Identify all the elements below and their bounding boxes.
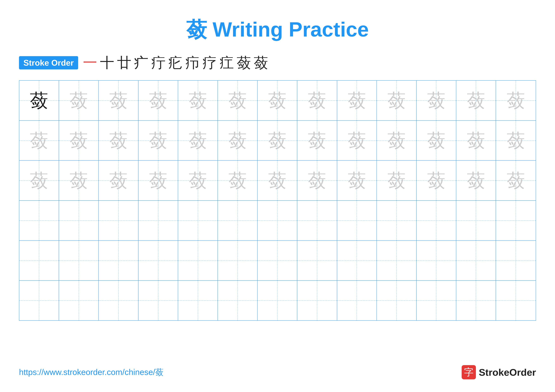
grid-cell[interactable]: 蔹 — [377, 161, 416, 200]
grid-cell[interactable] — [178, 281, 218, 320]
grid-cell[interactable] — [19, 281, 59, 320]
grid-cell[interactable]: 蔹 — [139, 161, 178, 200]
grid-cell[interactable] — [218, 281, 258, 320]
grid-cell[interactable] — [59, 281, 99, 320]
grid-cell[interactable] — [456, 201, 496, 240]
grid-cell[interactable]: 蔹 — [178, 121, 218, 160]
char-light: 蔹 — [308, 88, 326, 113]
grid-cell[interactable]: 蔹 — [258, 121, 297, 160]
grid-cell[interactable]: 蔹 — [178, 161, 218, 200]
grid-cell[interactable] — [99, 241, 139, 280]
grid-cell[interactable]: 蔹 — [178, 81, 218, 120]
grid-cell[interactable]: 蔹 — [139, 121, 178, 160]
char-light: 蔹 — [507, 168, 525, 193]
grid-cell[interactable] — [139, 201, 178, 240]
grid-cell[interactable] — [139, 281, 178, 320]
grid-cell[interactable] — [496, 241, 536, 280]
grid-cell[interactable]: 蔹 — [19, 161, 59, 200]
stroke-char-9: 疘 — [219, 53, 234, 72]
grid-cell[interactable] — [337, 201, 377, 240]
char-light: 蔹 — [268, 88, 286, 113]
char-light: 蔹 — [348, 88, 366, 113]
char-light: 蔹 — [387, 88, 406, 113]
grid-cell[interactable]: 蔹 — [297, 161, 337, 200]
grid-cell[interactable] — [99, 201, 139, 240]
grid-cell[interactable]: 蔹 — [416, 161, 456, 200]
grid-cell[interactable]: 蔹 — [258, 161, 297, 200]
grid-cell[interactable]: 蔹 — [59, 161, 99, 200]
grid-cell[interactable] — [416, 281, 456, 320]
grid-cell[interactable]: 蔹 — [337, 81, 377, 120]
grid-cell[interactable] — [456, 281, 496, 320]
grid-cell[interactable] — [377, 281, 416, 320]
grid-cell[interactable]: 蔹 — [218, 81, 258, 120]
grid-cell[interactable]: 蔹 — [496, 121, 536, 160]
grid-cell[interactable] — [178, 241, 218, 280]
grid-row-2: 蔹 蔹 蔹 蔹 蔹 蔹 蔹 蔹 蔹 蔹 蔹 蔹 蔹 — [19, 121, 536, 161]
grid-cell[interactable] — [377, 241, 416, 280]
grid-cell[interactable] — [297, 201, 337, 240]
grid-cell[interactable] — [416, 201, 456, 240]
grid-cell[interactable]: 蔹 — [99, 81, 139, 120]
char-light: 蔹 — [109, 88, 128, 113]
grid-cell[interactable] — [19, 241, 59, 280]
grid-cell[interactable]: 蔹 — [297, 121, 337, 160]
grid-cell[interactable] — [416, 241, 456, 280]
char-light: 蔹 — [228, 128, 247, 153]
grid-cell[interactable] — [178, 201, 218, 240]
char-light: 蔹 — [467, 88, 485, 113]
grid-cell[interactable]: 蔹 — [19, 121, 59, 160]
grid-cell[interactable]: 蔹 — [218, 161, 258, 200]
grid-cell[interactable] — [59, 201, 99, 240]
grid-cell[interactable] — [99, 281, 139, 320]
grid-cell[interactable] — [377, 201, 416, 240]
grid-cell[interactable]: 蔹 — [59, 121, 99, 160]
grid-cell[interactable]: 蔹 — [416, 81, 456, 120]
grid-cell[interactable]: 蔹 — [456, 121, 496, 160]
grid-cell[interactable]: 蔹 — [297, 81, 337, 120]
grid-cell[interactable]: 蔹 — [19, 81, 59, 120]
grid-cell[interactable]: 蔹 — [456, 161, 496, 200]
grid-cell[interactable]: 蔹 — [337, 161, 377, 200]
grid-cell[interactable] — [258, 281, 297, 320]
grid-cell[interactable] — [297, 281, 337, 320]
grid-cell[interactable]: 蔹 — [377, 81, 416, 120]
grid-cell[interactable] — [258, 241, 297, 280]
stroke-char-8: 疗 — [203, 53, 217, 72]
char-light: 蔹 — [109, 168, 128, 193]
grid-cell[interactable]: 蔹 — [218, 121, 258, 160]
char-light: 蔹 — [467, 168, 485, 193]
grid-cell[interactable]: 蔹 — [496, 161, 536, 200]
grid-cell[interactable]: 蔹 — [99, 121, 139, 160]
char-light: 蔹 — [228, 168, 247, 193]
grid-cell[interactable] — [456, 241, 496, 280]
grid-cell[interactable]: 蔹 — [337, 121, 377, 160]
logo-text: StrokeOrder — [479, 367, 536, 378]
grid-cell[interactable] — [337, 241, 377, 280]
grid-cell[interactable] — [337, 281, 377, 320]
grid-cell[interactable] — [19, 201, 59, 240]
grid-cell[interactable]: 蔹 — [139, 81, 178, 120]
grid-cell[interactable]: 蔹 — [496, 81, 536, 120]
grid-row-5 — [19, 241, 536, 281]
grid-cell[interactable]: 蔹 — [456, 81, 496, 120]
grid-row-6 — [19, 281, 536, 320]
grid-cell[interactable] — [297, 241, 337, 280]
grid-cell[interactable]: 蔹 — [377, 121, 416, 160]
grid-cell[interactable]: 蔹 — [99, 161, 139, 200]
grid-cell[interactable]: 蔹 — [416, 121, 456, 160]
grid-cell[interactable] — [258, 201, 297, 240]
grid-cell[interactable] — [139, 241, 178, 280]
grid-cell[interactable] — [496, 201, 536, 240]
char-light: 蔹 — [427, 168, 445, 193]
grid-cell[interactable] — [218, 241, 258, 280]
page: 蔹 Writing Practice Stroke Order 一 十 廿 疒 … — [0, 0, 555, 392]
stroke-chars: 一 十 廿 疒 疔 疕 疖 疗 疘 蔹 蔹 — [83, 53, 268, 72]
grid-cell[interactable] — [496, 281, 536, 320]
grid-cell[interactable] — [218, 201, 258, 240]
grid-cell[interactable]: 蔹 — [258, 81, 297, 120]
grid-cell[interactable] — [59, 241, 99, 280]
stroke-char-4: 疒 — [134, 53, 148, 72]
char-light: 蔹 — [70, 88, 88, 113]
grid-cell[interactable]: 蔹 — [59, 81, 99, 120]
